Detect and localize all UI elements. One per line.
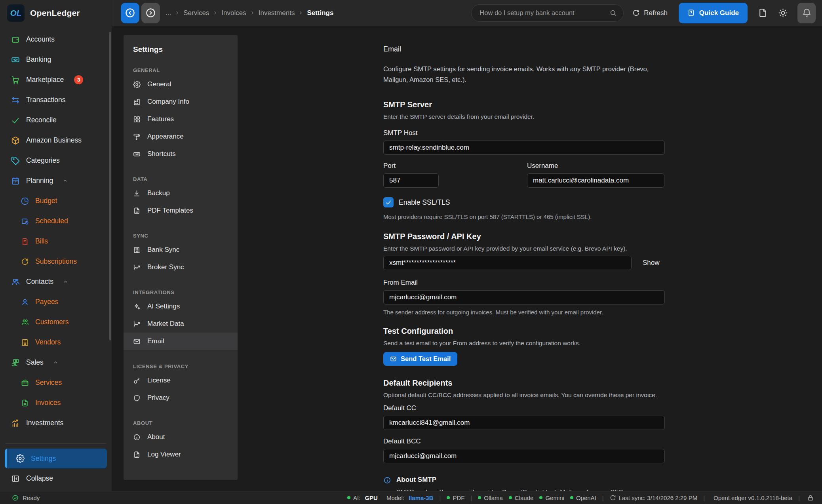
sidebar-item-invoices[interactable]: Invoices [0, 393, 112, 413]
refresh-icon [632, 9, 640, 17]
refresh-button[interactable]: Refresh [632, 9, 668, 17]
settings-item-market-data[interactable]: Market Data [124, 315, 238, 333]
ssl-checkbox-row[interactable]: Enable SSL/TLS [383, 197, 665, 207]
settings-panel-title: Settings [133, 45, 228, 54]
settings-item-about[interactable]: About [124, 428, 238, 446]
settings-item-license[interactable]: License [124, 372, 238, 389]
settings-item-label: Privacy [147, 394, 169, 402]
default-cc-input[interactable] [383, 416, 665, 430]
username-label: Username [527, 162, 664, 170]
sidebar-item-budget[interactable]: Budget [0, 191, 112, 211]
top-header: ...ServicesInvoicesInvestmentsSettings R… [112, 0, 822, 26]
settings-item-pdf-templates[interactable]: PDF Templates [124, 202, 238, 219]
sidebar-scrollbar[interactable] [109, 32, 111, 340]
default-bcc-input[interactable] [383, 449, 665, 463]
file-text-icon [133, 207, 141, 215]
info-icon [133, 434, 141, 441]
settings-item-label: Bank Sync [147, 246, 179, 254]
sidebar-item-investments[interactable]: Investments [0, 413, 112, 433]
settings-item-shortcuts[interactable]: Shortcuts [124, 145, 238, 163]
factory-icon [133, 98, 141, 106]
settings-item-label: Email [147, 337, 164, 345]
sidebar-item-amazon-business[interactable]: Amazon Business [0, 130, 112, 150]
sidebar-item-reconcile[interactable]: Reconcile [0, 110, 112, 130]
sidebar-item-services[interactable]: Services [0, 373, 112, 393]
mail-icon [133, 338, 141, 345]
sidebar-item-marketplace[interactable]: Marketplace3 [0, 70, 112, 90]
file-icon [758, 8, 768, 18]
from-email-input[interactable] [383, 290, 665, 304]
document-button[interactable] [758, 8, 768, 18]
info-icon [383, 476, 391, 491]
sidebar-item-loans[interactable]: Loans [0, 433, 112, 439]
settings-item-appearance[interactable]: Appearance [124, 128, 238, 145]
settings-item-broker-sync[interactable]: Broker Sync [124, 259, 238, 276]
smtp-password-input[interactable] [383, 256, 632, 270]
page-intro: Configure SMTP settings for sending invo… [383, 64, 658, 85]
sidebar-item-settings[interactable]: Settings [5, 449, 107, 468]
sidebar-item-label: Budget [35, 197, 57, 205]
ssl-checkbox[interactable] [383, 197, 394, 207]
search-input[interactable] [480, 9, 609, 17]
nav-back-button[interactable] [121, 3, 139, 23]
arrow-right-circle-icon [145, 8, 156, 18]
quick-guide-button[interactable]: Quick Guide [679, 3, 748, 23]
shield-icon [133, 394, 141, 402]
arrows-lr-icon [11, 96, 20, 105]
theme-toggle-button[interactable] [778, 8, 788, 18]
settings-item-company-info[interactable]: Company Info [124, 93, 238, 110]
breadcrumb-item-services[interactable]: Services [183, 9, 209, 17]
ready-check-icon [12, 494, 19, 501]
settings-item-log-viewer[interactable]: Log Viewer [124, 446, 238, 463]
settings-item-label: Shortcuts [147, 150, 176, 158]
sidebar-item-subscriptions[interactable]: Subscriptions [0, 251, 112, 272]
port-input[interactable] [383, 173, 439, 188]
sidebar-item-planning[interactable]: Planning [0, 171, 112, 191]
sidebar: OL OpenLedger AccountsBankingMarketplace… [0, 0, 112, 491]
smtp-host-input[interactable] [383, 141, 665, 155]
nav-forward-button[interactable] [141, 3, 160, 23]
users-icon [21, 318, 29, 326]
settings-item-features[interactable]: Features [124, 110, 238, 128]
settings-item-email[interactable]: Email [124, 333, 238, 350]
sidebar-item-payees[interactable]: Payees [0, 292, 112, 312]
send-test-email-button[interactable]: Send Test Email [383, 352, 457, 366]
test-config-heading: Test Configuration [383, 327, 665, 336]
settings-item-label: AI Settings [147, 302, 180, 310]
breadcrumb-item-investments[interactable]: Investments [259, 9, 295, 17]
settings-item-privacy[interactable]: Privacy [124, 389, 238, 407]
settings-item-general[interactable]: General [124, 76, 238, 93]
gear-icon [133, 81, 141, 88]
sidebar-item-label: Investments [26, 419, 63, 427]
sidebar-item-vendors[interactable]: Vendors [0, 332, 112, 352]
sidebar-item-categories[interactable]: Categories [0, 150, 112, 171]
sidebar-item-customers[interactable]: Customers [0, 312, 112, 332]
chevron-up-icon [53, 359, 59, 365]
username-input[interactable] [527, 173, 664, 188]
sidebar-item-transactions[interactable]: Transactions [0, 90, 112, 110]
chart-up-icon [11, 419, 20, 428]
sidebar-item-label: Banking [26, 55, 51, 64]
lock-icon[interactable] [807, 494, 814, 501]
notifications-button[interactable] [797, 3, 816, 23]
sun-icon [778, 8, 788, 18]
settings-item-backup[interactable]: Backup [124, 184, 238, 202]
wallet-icon [11, 35, 20, 44]
breadcrumb-item-invoices[interactable]: Invoices [221, 9, 246, 17]
breadcrumb-ellipsis[interactable]: ... [166, 9, 171, 17]
sidebar-item-accounts[interactable]: Accounts [0, 29, 112, 49]
sidebar-item-bills[interactable]: Bills [0, 231, 112, 251]
check-icon [11, 116, 20, 125]
settings-item-bank-sync[interactable]: Bank Sync [124, 241, 238, 259]
show-password-button[interactable]: Show [643, 259, 660, 267]
sidebar-collapse-button[interactable]: Collapse [0, 468, 112, 489]
mail-icon [390, 356, 397, 362]
sidebar-item-label: Scheduled [35, 217, 68, 225]
sidebar-item-contacts[interactable]: Contacts [0, 272, 112, 292]
settings-item-ai-settings[interactable]: AI Settings [124, 298, 238, 315]
sidebar-item-label: Sales [26, 358, 44, 367]
sidebar-item-banking[interactable]: Banking [0, 49, 112, 70]
help-search-box[interactable] [471, 4, 624, 22]
sidebar-item-scheduled[interactable]: Scheduled [0, 211, 112, 231]
sidebar-item-sales[interactable]: Sales [0, 352, 112, 373]
